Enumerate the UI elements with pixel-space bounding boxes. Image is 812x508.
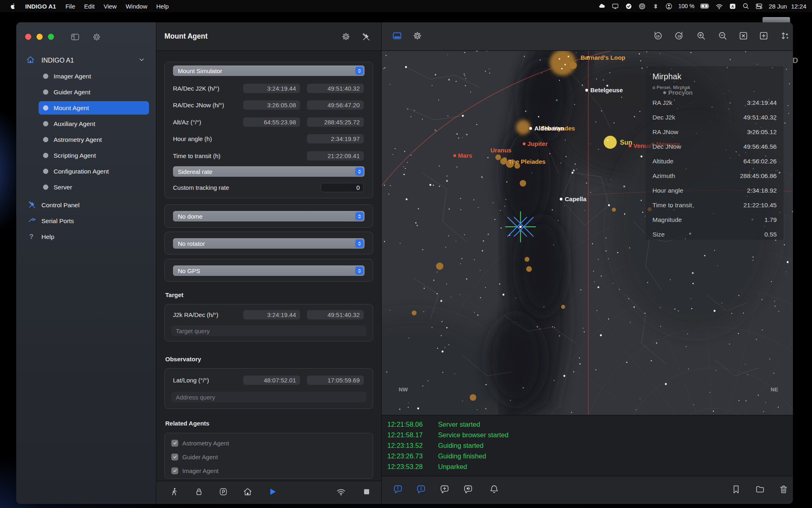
related-agent-imager-agent[interactable]: Imager Agent [171,466,218,475]
chevron-down-icon[interactable] [138,56,145,65]
menu-time[interactable]: 12:24 [791,3,806,10]
alerts-bubble-icon[interactable] [393,484,403,496]
rotator-select[interactable]: No rotator [173,238,365,249]
sky-object-uranus[interactable]: Uranus [490,147,512,154]
info-value: 3:26:05.12 [747,128,777,136]
sidebar-item-imager-agent[interactable]: Imager Agent [16,68,156,84]
related-agent-astrometry-agent[interactable]: Astrometry Agent [171,438,229,448]
mount-device-select[interactable]: Mount Simulator [173,65,365,76]
sidebar-gear-icon[interactable] [92,32,102,43]
sidebar-root-item[interactable]: INDIGO A1 [16,55,156,66]
tracking-rate-select[interactable]: Sidereal rate [173,166,365,177]
checkbox-checked-icon[interactable] [171,467,178,474]
checkbox-checked-icon[interactable] [171,454,178,460]
longitude-field[interactable]: 17:05:59.69 [307,376,364,385]
sidebar-item-server[interactable]: Server [16,179,156,195]
target-dec-field[interactable]: 49:51:40.32 [307,310,364,319]
svg-text:A: A [732,4,734,8]
bookmark-icon[interactable] [731,484,741,496]
menu-item-view[interactable]: View [99,3,121,10]
sidebar-item-guider-agent[interactable]: Guider Agent [16,84,156,100]
zoom-in-icon[interactable] [696,30,706,42]
menu-app-name[interactable]: INDIGO A1 [20,3,61,10]
stop-icon[interactable] [362,487,371,498]
clear-selection-icon[interactable] [739,30,749,42]
menu-item-help[interactable]: Help [152,3,173,10]
info-value: 21:22:10.45 [743,202,777,209]
event-log[interactable]: 12:21:58.06 Server started12:21:58.17 Se… [382,415,793,476]
sidebar-toggle-icon[interactable] [70,32,80,43]
sky-object-betelgeuse[interactable]: Betelgeuse [585,87,623,93]
sky-object-aldebaran[interactable]: Aldebaran [529,125,564,132]
battery-icon[interactable] [700,1,710,11]
menu-item-window[interactable]: Window [121,3,151,10]
address-query-input[interactable] [171,392,366,402]
dome-select[interactable]: No dome [173,211,365,221]
svg-text:Aldebaran: Aldebaran [534,125,564,132]
object-info-row: RA JNow 3:26:05.12 [652,125,777,139]
icloud-icon[interactable] [598,2,606,10]
window-close-button[interactable] [25,34,31,40]
target-ra-field[interactable]: 3:24:19.44 [243,310,300,319]
window-minimize-button[interactable] [37,34,43,40]
window-zoom-button[interactable] [48,34,54,40]
apple-icon[interactable] [6,2,20,10]
target-query-input[interactable] [171,326,366,336]
connection-wifi-icon[interactable] [336,487,346,498]
search-icon[interactable] [742,2,749,10]
sidebar-item-configuration-agent[interactable]: Configuration Agent [16,163,156,179]
fit-sparkle-icon[interactable] [780,30,790,42]
sky-object-barnard-s-loop[interactable]: Barnard's Loop [581,54,625,61]
add-bubble-icon[interactable] [439,484,450,496]
add-object-icon[interactable] [759,30,769,42]
svg-text:15: 15 [677,34,681,38]
tracking-rate-field[interactable]: 0 [321,183,364,192]
sidebar-item-scripting-agent[interactable]: Scripting Agent [16,148,156,163]
mount-value-field: 3:26:05.08 [243,100,300,110]
sidebar-item-astrometry-agent[interactable]: Astrometry Agent [16,132,156,148]
zoom-out-icon[interactable] [718,30,728,42]
checkbox-checked-icon[interactable] [171,440,178,447]
menu-item-file[interactable]: File [61,3,80,10]
airdrop-icon[interactable] [638,2,646,10]
chart-settings-gear-icon[interactable] [412,30,423,42]
sidebar-item-mount-agent[interactable]: Mount Agent [16,100,156,116]
trash-icon[interactable] [779,484,789,496]
svg-text:Jupiter: Jupiter [527,140,548,147]
sidebar-item-control-panel[interactable]: Control Panel [16,197,156,213]
agent-tools-icon[interactable] [361,32,371,43]
agent-settings-gear-icon[interactable] [341,32,351,43]
bottom-panel-toggle-icon[interactable] [392,30,402,42]
mount-row-label: Time to transit (h) [173,152,220,159]
gps-select[interactable]: No GPS [173,265,365,276]
track-play-icon[interactable] [268,487,277,498]
sidebar-item-auxiliary-agent[interactable]: Auxiliary Agent [16,116,156,132]
home-position-icon[interactable] [243,487,253,498]
control-center-icon[interactable] [755,2,763,10]
display-icon[interactable] [611,2,619,10]
bluetooth-icon[interactable] [652,2,659,10]
input-source-icon[interactable]: A [729,2,736,10]
sidebar-root-label: INDIGO A1 [41,57,74,64]
bell-icon[interactable] [489,484,499,496]
related-agent-guider-agent[interactable]: Guider Agent [171,452,218,462]
goto-walk-icon[interactable] [169,487,179,498]
sky-object-the-pleiades[interactable]: The Pleiades [508,158,546,165]
rotate-cw-15-icon[interactable]: 15 [674,30,685,43]
folder-icon[interactable] [755,484,765,496]
rotate-ccw-15-icon[interactable]: 15 [652,30,663,43]
checkbadge-icon[interactable] [625,2,633,10]
park-icon[interactable] [219,487,228,498]
sound-bubble-icon[interactable] [463,484,473,496]
menu-item-edit[interactable]: Edit [80,3,99,10]
related-agent-label: Guider Agent [182,454,218,460]
lock-icon[interactable] [194,487,204,498]
sidebar-item-help[interactable]: ? Help [16,229,156,245]
info-bubble-icon[interactable] [416,484,426,496]
menu-date[interactable]: 28 Jun [769,3,787,10]
sky-chart[interactable]: Barnard's LoopBetelgeuseProcyonThe Hyade… [382,51,793,415]
account-icon[interactable] [665,2,673,10]
latitude-field[interactable]: 48:07:52.01 [243,376,300,385]
sidebar-item-serial-ports[interactable]: Serial Ports [16,213,156,229]
wifi-icon[interactable] [715,2,723,10]
